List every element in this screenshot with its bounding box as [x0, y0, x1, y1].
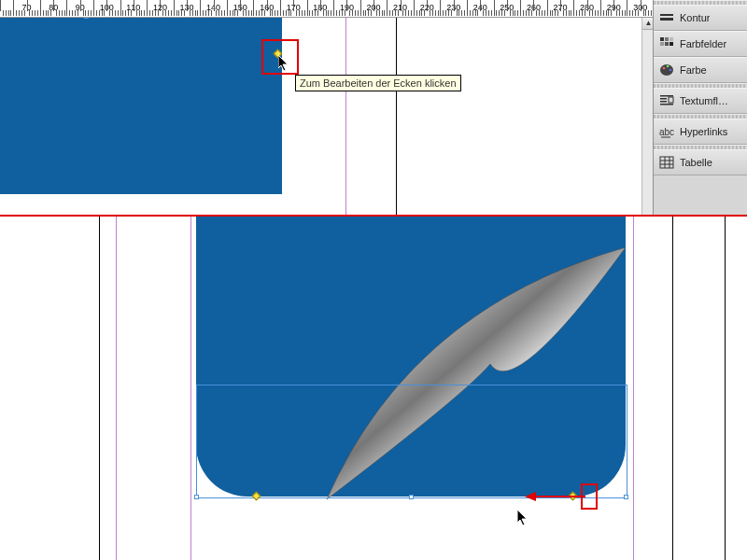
svg-rect-18 — [669, 97, 673, 103]
guide-vertical — [190, 217, 191, 560]
panel-color[interactable]: Farbe — [654, 57, 747, 83]
svg-marker-1 — [525, 492, 536, 501]
panel-label: Kontur — [680, 12, 710, 23]
svg-rect-2 — [660, 14, 673, 16]
svg-rect-9 — [669, 42, 673, 46]
svg-point-11 — [663, 67, 666, 70]
panel-dock: KonturFarbfelderFarbeTextumfl…abcHyperli… — [653, 0, 747, 215]
tooltip: Zum Bearbeiten der Ecken klicken — [295, 75, 461, 91]
svg-rect-14 — [660, 95, 673, 97]
panel-textwrap[interactable]: Textumfl… — [654, 88, 747, 114]
panel-label: Hyperlinks — [680, 126, 727, 137]
panel-swatches[interactable]: Farbfelder — [654, 31, 747, 57]
margin-vertical — [672, 217, 673, 560]
margin-vertical — [725, 217, 726, 560]
selection-bounding-box — [196, 385, 627, 498]
stroke-icon — [659, 10, 674, 25]
panel-label: Farbe — [680, 64, 707, 76]
svg-rect-15 — [660, 98, 667, 100]
selection-handle[interactable] — [624, 495, 628, 499]
svg-point-13 — [669, 69, 672, 72]
panel-label: Farbfelder — [680, 38, 726, 49]
textwrap-icon — [659, 93, 674, 108]
svg-rect-4 — [660, 37, 664, 41]
svg-rect-3 — [660, 18, 673, 21]
horizontal-ruler: 7080901001101201301401501601701801902002… — [0, 0, 654, 18]
svg-rect-5 — [665, 37, 669, 41]
swatches-icon — [659, 36, 674, 51]
guide-vertical — [633, 217, 634, 560]
table-icon — [659, 155, 674, 170]
panel-label: Textumfl… — [680, 95, 728, 106]
guide-vertical — [345, 17, 346, 215]
margin-vertical — [99, 217, 100, 560]
panel-kontur[interactable]: Kontur — [654, 5, 747, 31]
annotation-arrow — [525, 491, 590, 502]
canvas-bottom[interactable] — [0, 217, 747, 560]
canvas-top[interactable]: Zum Bearbeiten der Ecken klicken — [0, 17, 654, 215]
selection-handle[interactable] — [194, 495, 199, 499]
svg-rect-8 — [665, 42, 669, 46]
annotation-divider — [0, 215, 747, 217]
svg-point-12 — [667, 65, 669, 68]
panel-table[interactable]: Tabelle — [654, 149, 747, 175]
svg-rect-16 — [660, 101, 667, 103]
guide-vertical — [116, 217, 117, 560]
rectangle-frame[interactable] — [0, 17, 282, 194]
panel-label: Tabelle — [680, 157, 712, 168]
panel-hyperlinks[interactable]: abcHyperlinks — [654, 119, 747, 145]
svg-rect-17 — [660, 104, 673, 105]
svg-text:abc: abc — [659, 127, 674, 137]
svg-rect-20 — [660, 157, 673, 168]
cursor-pointer — [517, 510, 532, 528]
hyperlinks-icon: abc — [659, 124, 674, 139]
palette-icon — [659, 63, 674, 77]
selection-handle[interactable] — [409, 495, 414, 499]
svg-rect-7 — [660, 42, 664, 46]
svg-rect-6 — [669, 37, 673, 41]
margin-vertical — [396, 17, 397, 215]
